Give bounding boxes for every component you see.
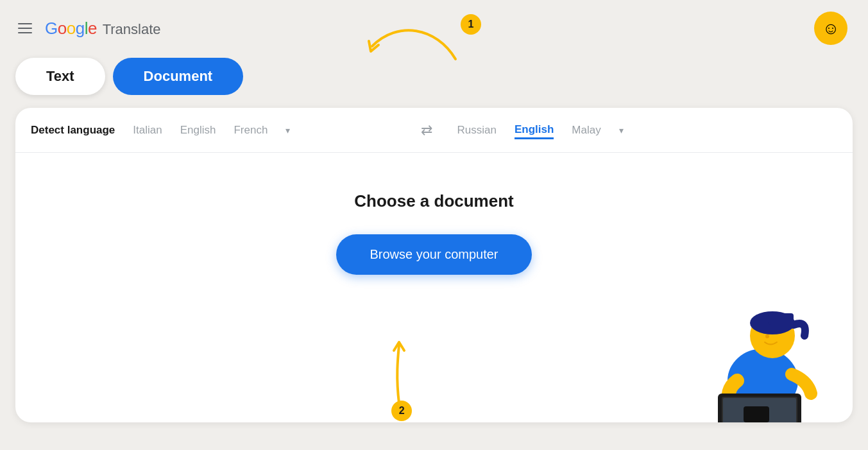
svg-point-1 xyxy=(750,313,795,358)
svg-rect-6 xyxy=(722,397,797,422)
content-area: Choose a document Browse your computer 2 xyxy=(15,153,853,422)
document-mode-button[interactable]: Document xyxy=(113,58,244,95)
target-language-bar: Russian English Malay ▾ xyxy=(442,121,838,139)
annotation-2-area: 2 xyxy=(367,339,470,422)
svg-rect-7 xyxy=(723,398,796,422)
google-logo: Google Translate xyxy=(45,19,161,39)
swap-icon: ⇄ xyxy=(421,122,432,139)
header-left: Google Translate xyxy=(15,19,161,39)
main-card: Detect language Italian English French ▾… xyxy=(15,108,853,422)
source-french-option[interactable]: French xyxy=(234,121,268,139)
source-more-dropdown[interactable]: ▾ xyxy=(285,125,290,135)
target-chevron-icon: ▾ xyxy=(619,125,624,135)
header: Google Translate ☺ xyxy=(0,0,868,45)
illustration-svg xyxy=(673,281,840,422)
arrow-2-svg xyxy=(367,339,431,410)
svg-rect-5 xyxy=(718,394,801,422)
choose-document-title: Choose a document xyxy=(354,191,513,211)
svg-point-4 xyxy=(765,334,769,338)
swap-languages-button[interactable]: ⇄ xyxy=(411,122,442,139)
svg-point-2 xyxy=(750,311,795,334)
target-english-option[interactable]: English xyxy=(515,121,554,139)
detect-language-option[interactable]: Detect language xyxy=(31,121,115,139)
target-russian-option[interactable]: Russian xyxy=(457,121,497,139)
annotation-badge-2: 2 xyxy=(391,401,412,421)
avatar[interactable]: ☺ xyxy=(814,12,847,45)
hamburger-menu-icon[interactable] xyxy=(15,21,35,36)
target-malay-option[interactable]: Malay xyxy=(572,121,600,139)
source-english-option[interactable]: English xyxy=(180,121,216,139)
language-bar: Detect language Italian English French ▾… xyxy=(15,108,853,153)
source-italian-option[interactable]: Italian xyxy=(133,121,162,139)
target-more-dropdown[interactable]: ▾ xyxy=(619,125,624,135)
svg-rect-8 xyxy=(744,406,769,422)
text-mode-button[interactable]: Text xyxy=(15,58,105,95)
source-chevron-icon: ▾ xyxy=(285,125,290,135)
mode-buttons: Text Document xyxy=(0,45,868,108)
source-language-bar: Detect language Italian English French ▾ xyxy=(31,121,411,139)
person-illustration xyxy=(673,281,840,422)
svg-rect-3 xyxy=(768,313,794,325)
svg-point-0 xyxy=(728,349,798,413)
translate-label: Translate xyxy=(103,21,161,37)
browse-computer-button[interactable]: Browse your computer xyxy=(336,234,531,275)
